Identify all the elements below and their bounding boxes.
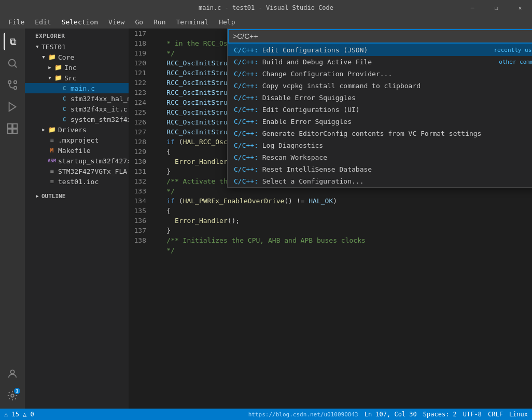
cmd-prefix-11: C/C++: [234, 177, 262, 185]
cmd-text-4: C/C++: Disable Error Squiggles [234, 94, 532, 102]
line-num-120: 120 [129, 58, 146, 68]
line-num-136: 136 [129, 216, 146, 226]
cmd-badge-1: other commands [499, 59, 532, 65]
folder-icon-inc: 📁 [54, 63, 62, 72]
cmd-label-2: Change Configuration Provider... [262, 70, 392, 78]
outline-header[interactable]: ▶ OUTLINE [25, 191, 129, 201]
line-num-123: 123 [129, 88, 146, 97]
minimize-button[interactable]: ─ [460, 0, 484, 16]
svg-line-1 [15, 65, 17, 67]
accounts-activity-icon[interactable] [4, 365, 21, 383]
line-num-132: 132 [129, 176, 146, 186]
command-item-1[interactable]: C/C++: Build and Debug Active File other… [228, 56, 532, 68]
status-encoding[interactable]: UTF-8 [463, 411, 482, 418]
tree-item-makefile[interactable]: ▶ M Makefile [25, 145, 129, 156]
menu-run[interactable]: Run [149, 17, 170, 27]
cmd-text-3: C/C++: Copy vcpkg install command to cli… [234, 82, 532, 90]
command-item-8[interactable]: C/C++: Log Diagnostics [228, 139, 532, 151]
command-input[interactable] [233, 32, 532, 40]
line-num-124: 124 [129, 97, 146, 107]
cmd-right-1: other commands [495, 59, 532, 65]
tree-item-mainc[interactable]: ▶ C main.c [25, 83, 129, 93]
tree-label-src: Src [64, 74, 76, 82]
cmd-prefix-9: C/C++: [234, 153, 262, 161]
tree-root[interactable]: ▼ TEST01 [25, 41, 129, 52]
line-num-122: 122 [129, 78, 146, 88]
status-url[interactable]: https://blog.csdn.net/u010090843 [248, 411, 358, 418]
svg-marker-5 [9, 103, 16, 111]
command-item-5[interactable]: C/C++: Edit Configurations (UI) [228, 104, 532, 116]
line-num-119: 119 [129, 48, 146, 58]
menu-go[interactable]: Go [131, 17, 147, 27]
tree-item-drivers[interactable]: ▶ 📁 Drivers [25, 124, 129, 135]
svg-point-3 [14, 87, 17, 90]
cmd-text-0: C/C++: Edit Configurations (JSON) [234, 46, 489, 54]
line-num-117: 117 [129, 29, 146, 38]
title-bar: main.c - test01 - Visual Studio Code ─ ☐… [0, 0, 532, 16]
cmd-text-1: C/C++: Build and Debug Active File [234, 58, 495, 66]
status-language[interactable]: Linux [509, 411, 528, 418]
menu-terminal[interactable]: Terminal [172, 17, 213, 27]
tree-label-ioc: test01.ioc [58, 178, 99, 186]
command-item-3[interactable]: C/C++: Copy vcpkg install command to cli… [228, 80, 532, 92]
tree-item-startup[interactable]: ▶ ASM startup_stm32f427xx... [25, 156, 129, 166]
line-num-129: 129 [129, 147, 146, 157]
status-position[interactable]: Ln 107, Col 30 [365, 411, 417, 418]
command-item-6[interactable]: C/C++: Enable Error Squiggles [228, 116, 532, 128]
cmd-text-11: C/C++: Select a Configuration... [234, 177, 532, 185]
menu-file[interactable]: File [4, 17, 29, 27]
svg-point-11 [11, 394, 14, 397]
source-control-activity-icon[interactable] [4, 76, 21, 94]
cmd-label-7: Generate EditorConfig contents from VC F… [262, 130, 482, 137]
file-icon-mxproject: ≡ [48, 136, 56, 144]
file-icon-makefile: M [48, 146, 56, 155]
explorer-icon[interactable]: ⧉ [4, 33, 21, 50]
cmd-label-6: Enable Error Squiggles [262, 118, 352, 125]
search-activity-icon[interactable] [4, 54, 21, 72]
tree-item-system[interactable]: ▶ C system_stm32f4xx... [25, 114, 129, 124]
status-right: https://blog.csdn.net/u010090843 Ln 107,… [248, 411, 528, 418]
line-num-125: 125 [129, 107, 146, 117]
extensions-activity-icon[interactable] [4, 120, 21, 137]
tree-item-core[interactable]: ▼ 📁 Core [25, 52, 129, 62]
maximize-button[interactable]: ☐ [484, 0, 508, 16]
tree-item-src[interactable]: ▼ 📁 Src [25, 73, 129, 83]
settings-activity-icon[interactable]: 1 [4, 387, 21, 404]
command-input-wrapper [228, 29, 532, 44]
tree-item-mxproject[interactable]: ▶ ≡ .mxproject [25, 135, 129, 145]
run-activity-icon[interactable] [4, 98, 21, 116]
status-line-ending[interactable]: CRLF [488, 411, 503, 418]
c-file-icon-halms: C [60, 94, 68, 103]
svg-point-2 [8, 81, 11, 84]
close-button[interactable]: ✕ [508, 0, 532, 16]
menu-view[interactable]: View [104, 17, 129, 27]
command-item-2[interactable]: C/C++: Change Configuration Provider... [228, 68, 532, 80]
status-errors[interactable]: ⚠ 15 △ 0 [4, 411, 34, 418]
c-file-icon-system: C [60, 115, 68, 123]
tree-item-ioc[interactable]: ▶ ≡ test01.ioc [25, 176, 129, 187]
command-list: C/C++: Edit Configurations (JSON) recent… [228, 44, 532, 187]
tree-label-mainc: main.c [71, 85, 95, 92]
menu-help[interactable]: Help [215, 17, 239, 27]
tree-item-ld[interactable]: ▶ ≡ STM32F427VGTx_FLA... [25, 166, 129, 176]
command-item-7[interactable]: C/C++: Generate EditorConfig contents fr… [228, 128, 532, 139]
settings-badge: 1 [14, 388, 20, 394]
tree-item-hal-ms[interactable]: ▶ C stm32f4xx_hal_ms... [25, 93, 129, 104]
command-item-10[interactable]: C/C++: Reset IntelliSense Database [228, 163, 532, 175]
tree-item-it[interactable]: ▶ C stm32f4xx_it.c [25, 104, 129, 114]
c-file-icon-it: C [60, 105, 68, 113]
cmd-label-8: Log Diagnostics [262, 142, 323, 149]
tree-label-ld: STM32F427VGTx_FLA... [58, 167, 129, 175]
command-item-9[interactable]: C/C++: Rescan Workspace [228, 151, 532, 163]
command-item-11[interactable]: C/C++: Select a Configuration... [228, 175, 532, 187]
command-item-4[interactable]: C/C++: Disable Error Squiggles [228, 92, 532, 104]
cmd-badge-0: recently used [494, 47, 532, 53]
cmd-prefix-3: C/C++: [234, 82, 262, 90]
tree-label-mxproject: .mxproject [58, 136, 99, 144]
status-spaces[interactable]: Spaces: 2 [423, 411, 457, 418]
tree-item-inc[interactable]: ▶ 📁 Inc [25, 62, 129, 73]
command-item-0[interactable]: C/C++: Edit Configurations (JSON) recent… [228, 44, 532, 56]
cmd-prefix-4: C/C++: [234, 94, 262, 102]
menu-selection[interactable]: Selection [58, 17, 102, 27]
menu-edit[interactable]: Edit [31, 17, 55, 27]
